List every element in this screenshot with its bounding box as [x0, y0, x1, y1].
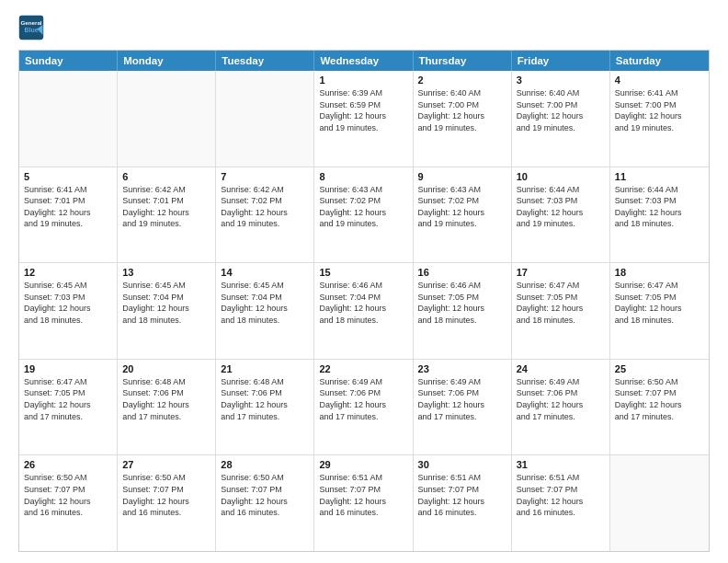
cell-info: Sunrise: 6:49 AM Sunset: 7:06 PM Dayligh… [319, 376, 407, 422]
calendar-cell: 7Sunrise: 6:42 AM Sunset: 7:02 PM Daylig… [216, 167, 314, 263]
cell-info: Sunrise: 6:47 AM Sunset: 7:05 PM Dayligh… [24, 376, 112, 422]
calendar-cell: 31Sunrise: 6:51 AM Sunset: 7:07 PM Dayli… [512, 455, 610, 551]
cell-info: Sunrise: 6:48 AM Sunset: 7:06 PM Dayligh… [122, 376, 210, 422]
calendar-cell [610, 455, 709, 551]
day-number: 25 [615, 363, 704, 374]
header-day-friday: Friday [512, 51, 610, 71]
calendar-row-4: 19Sunrise: 6:47 AM Sunset: 7:05 PM Dayli… [19, 359, 709, 455]
svg-text:Blue: Blue [24, 27, 38, 33]
cell-info: Sunrise: 6:46 AM Sunset: 7:04 PM Dayligh… [319, 280, 407, 326]
cell-info: Sunrise: 6:48 AM Sunset: 7:06 PM Dayligh… [221, 376, 309, 422]
day-number: 9 [418, 171, 506, 182]
calendar-cell: 16Sunrise: 6:46 AM Sunset: 7:05 PM Dayli… [414, 263, 512, 359]
calendar-cell: 2Sunrise: 6:40 AM Sunset: 7:00 PM Daylig… [414, 71, 512, 167]
svg-text:General: General [20, 19, 41, 26]
cell-info: Sunrise: 6:42 AM Sunset: 7:02 PM Dayligh… [221, 184, 309, 230]
day-number: 16 [418, 267, 506, 278]
day-number: 27 [122, 459, 210, 470]
calendar-cell: 3Sunrise: 6:40 AM Sunset: 7:00 PM Daylig… [512, 71, 610, 167]
calendar-header: SundayMondayTuesdayWednesdayThursdayFrid… [19, 51, 709, 71]
calendar-row-3: 12Sunrise: 6:45 AM Sunset: 7:03 PM Dayli… [19, 262, 709, 359]
calendar-cell: 9Sunrise: 6:43 AM Sunset: 7:02 PM Daylig… [414, 167, 512, 263]
calendar-cell [19, 71, 118, 167]
calendar-cell: 8Sunrise: 6:43 AM Sunset: 7:02 PM Daylig… [314, 167, 413, 263]
day-number: 11 [615, 171, 704, 182]
calendar-cell: 15Sunrise: 6:46 AM Sunset: 7:04 PM Dayli… [314, 263, 413, 359]
day-number: 12 [24, 267, 112, 278]
day-number: 6 [122, 171, 210, 182]
calendar-cell: 20Sunrise: 6:48 AM Sunset: 7:06 PM Dayli… [118, 360, 216, 455]
logo: General Blue [18, 15, 48, 40]
day-number: 30 [418, 459, 506, 470]
day-number: 1 [319, 75, 407, 86]
calendar-cell: 26Sunrise: 6:50 AM Sunset: 7:07 PM Dayli… [19, 455, 118, 551]
cell-info: Sunrise: 6:49 AM Sunset: 7:06 PM Dayligh… [418, 376, 506, 422]
header-day-thursday: Thursday [414, 51, 512, 71]
cell-info: Sunrise: 6:51 AM Sunset: 7:07 PM Dayligh… [319, 472, 407, 518]
day-number: 22 [319, 363, 407, 374]
calendar-cell: 17Sunrise: 6:47 AM Sunset: 7:05 PM Dayli… [512, 263, 610, 359]
calendar-cell: 1Sunrise: 6:39 AM Sunset: 6:59 PM Daylig… [314, 71, 413, 167]
calendar-cell: 5Sunrise: 6:41 AM Sunset: 7:01 PM Daylig… [19, 167, 118, 263]
cell-info: Sunrise: 6:51 AM Sunset: 7:07 PM Dayligh… [418, 472, 506, 518]
cell-info: Sunrise: 6:45 AM Sunset: 7:04 PM Dayligh… [221, 280, 309, 326]
header-day-wednesday: Wednesday [314, 51, 413, 71]
calendar-cell: 19Sunrise: 6:47 AM Sunset: 7:05 PM Dayli… [19, 360, 118, 455]
cell-info: Sunrise: 6:51 AM Sunset: 7:07 PM Dayligh… [517, 472, 605, 518]
cell-info: Sunrise: 6:43 AM Sunset: 7:02 PM Dayligh… [418, 184, 506, 230]
day-number: 31 [517, 459, 605, 470]
cell-info: Sunrise: 6:47 AM Sunset: 7:05 PM Dayligh… [615, 280, 704, 326]
calendar-cell: 13Sunrise: 6:45 AM Sunset: 7:04 PM Dayli… [118, 263, 216, 359]
calendar-cell: 25Sunrise: 6:50 AM Sunset: 7:07 PM Dayli… [610, 360, 709, 455]
calendar-row-5: 26Sunrise: 6:50 AM Sunset: 7:07 PM Dayli… [19, 454, 709, 551]
header-day-monday: Monday [118, 51, 216, 71]
day-number: 3 [517, 75, 605, 86]
calendar-cell: 18Sunrise: 6:47 AM Sunset: 7:05 PM Dayli… [610, 263, 709, 359]
cell-info: Sunrise: 6:42 AM Sunset: 7:01 PM Dayligh… [122, 184, 210, 230]
day-number: 19 [24, 363, 112, 374]
cell-info: Sunrise: 6:41 AM Sunset: 7:01 PM Dayligh… [24, 184, 112, 230]
day-number: 18 [615, 267, 704, 278]
calendar-cell: 28Sunrise: 6:50 AM Sunset: 7:07 PM Dayli… [216, 455, 314, 551]
calendar-cell: 21Sunrise: 6:48 AM Sunset: 7:06 PM Dayli… [216, 360, 314, 455]
calendar-cell: 14Sunrise: 6:45 AM Sunset: 7:04 PM Dayli… [216, 263, 314, 359]
calendar-cell: 22Sunrise: 6:49 AM Sunset: 7:06 PM Dayli… [314, 360, 413, 455]
cell-info: Sunrise: 6:50 AM Sunset: 7:07 PM Dayligh… [615, 376, 704, 422]
calendar-cell: 11Sunrise: 6:44 AM Sunset: 7:03 PM Dayli… [610, 167, 709, 263]
header-day-sunday: Sunday [19, 51, 118, 71]
header-day-saturday: Saturday [610, 51, 709, 71]
calendar-cell [118, 71, 216, 167]
header-day-tuesday: Tuesday [216, 51, 314, 71]
calendar-cell: 30Sunrise: 6:51 AM Sunset: 7:07 PM Dayli… [414, 455, 512, 551]
cell-info: Sunrise: 6:44 AM Sunset: 7:03 PM Dayligh… [517, 184, 605, 230]
day-number: 24 [517, 363, 605, 374]
cell-info: Sunrise: 6:45 AM Sunset: 7:04 PM Dayligh… [122, 280, 210, 326]
day-number: 4 [615, 75, 704, 86]
calendar-cell: 24Sunrise: 6:49 AM Sunset: 7:06 PM Dayli… [512, 360, 610, 455]
page: General Blue SundayMondayTuesdayWednesda… [0, 0, 728, 563]
day-number: 14 [221, 267, 309, 278]
calendar-cell: 29Sunrise: 6:51 AM Sunset: 7:07 PM Dayli… [314, 455, 413, 551]
day-number: 21 [221, 363, 309, 374]
cell-info: Sunrise: 6:45 AM Sunset: 7:03 PM Dayligh… [24, 280, 112, 326]
calendar: SundayMondayTuesdayWednesdayThursdayFrid… [18, 50, 710, 552]
logo-icon: General Blue [18, 15, 44, 40]
calendar-cell [216, 71, 314, 167]
calendar-row-2: 5Sunrise: 6:41 AM Sunset: 7:01 PM Daylig… [19, 167, 709, 263]
calendar-cell: 23Sunrise: 6:49 AM Sunset: 7:06 PM Dayli… [414, 360, 512, 455]
day-number: 10 [517, 171, 605, 182]
day-number: 20 [122, 363, 210, 374]
calendar-row-1: 1Sunrise: 6:39 AM Sunset: 6:59 PM Daylig… [19, 71, 709, 167]
calendar-body: 1Sunrise: 6:39 AM Sunset: 6:59 PM Daylig… [19, 71, 709, 551]
day-number: 15 [319, 267, 407, 278]
cell-info: Sunrise: 6:39 AM Sunset: 6:59 PM Dayligh… [319, 87, 407, 133]
cell-info: Sunrise: 6:49 AM Sunset: 7:06 PM Dayligh… [517, 376, 605, 422]
cell-info: Sunrise: 6:50 AM Sunset: 7:07 PM Dayligh… [221, 472, 309, 518]
header: General Blue [18, 15, 710, 40]
calendar-cell: 10Sunrise: 6:44 AM Sunset: 7:03 PM Dayli… [512, 167, 610, 263]
cell-info: Sunrise: 6:50 AM Sunset: 7:07 PM Dayligh… [24, 472, 112, 518]
calendar-cell: 27Sunrise: 6:50 AM Sunset: 7:07 PM Dayli… [118, 455, 216, 551]
cell-info: Sunrise: 6:47 AM Sunset: 7:05 PM Dayligh… [517, 280, 605, 326]
calendar-cell: 6Sunrise: 6:42 AM Sunset: 7:01 PM Daylig… [118, 167, 216, 263]
day-number: 2 [418, 75, 506, 86]
